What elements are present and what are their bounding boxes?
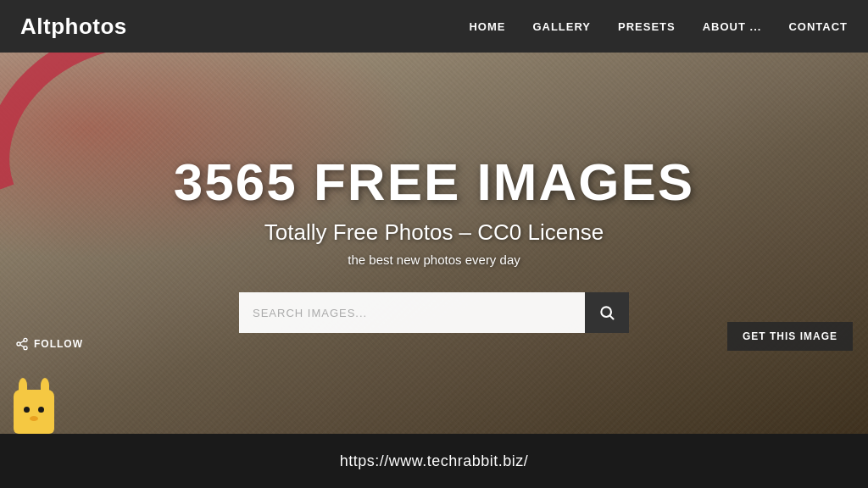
search-icon <box>598 304 615 321</box>
mascot <box>14 390 54 434</box>
mascot-nose <box>30 416 38 421</box>
nav-about[interactable]: ABOUT ... <box>703 20 762 33</box>
search-button[interactable] <box>585 292 629 333</box>
hero-subtitle: Totally Free Photos – CC0 License <box>174 219 694 246</box>
nav-links: HOME GALLERY PRESETS ABOUT ... CONTACT <box>469 20 848 33</box>
mascot-face <box>24 407 44 421</box>
footer: https://www.techrabbit.biz/ <box>0 434 868 488</box>
svg-line-6 <box>20 341 25 343</box>
hero-content: 3565 FREE IMAGES Totally Free Photos – C… <box>174 153 694 267</box>
nav-presets[interactable]: PRESETS <box>618 20 676 33</box>
search-bar <box>239 292 629 333</box>
share-icon <box>15 337 29 351</box>
follow-badge[interactable]: FOLLOW <box>15 337 83 351</box>
mascot-left-eye <box>24 407 30 413</box>
nav-gallery[interactable]: GALLERY <box>532 20 591 33</box>
hero-tagline: the best new photos every day <box>174 252 694 267</box>
mascot-left-ear <box>19 378 27 393</box>
svg-line-1 <box>610 316 614 319</box>
navbar: Altphotos HOME GALLERY PRESETS ABOUT ...… <box>0 0 868 53</box>
nav-home[interactable]: HOME <box>469 20 505 33</box>
footer-url: https://www.techrabbit.biz/ <box>340 452 529 470</box>
nav-contact[interactable]: CONTACT <box>788 20 848 33</box>
follow-label: FOLLOW <box>34 338 83 350</box>
search-input[interactable] <box>239 292 629 333</box>
mascot-right-ear <box>41 378 49 393</box>
hero-section: 3565 FREE IMAGES Totally Free Photos – C… <box>0 53 868 434</box>
site-logo[interactable]: Altphotos <box>20 14 127 40</box>
mascot-right-eye <box>38 407 44 413</box>
svg-line-5 <box>20 345 25 347</box>
hero-title: 3565 FREE IMAGES <box>174 153 694 211</box>
get-image-button[interactable]: GET THIS IMAGE <box>727 322 853 351</box>
mascot-eyes <box>24 407 44 413</box>
